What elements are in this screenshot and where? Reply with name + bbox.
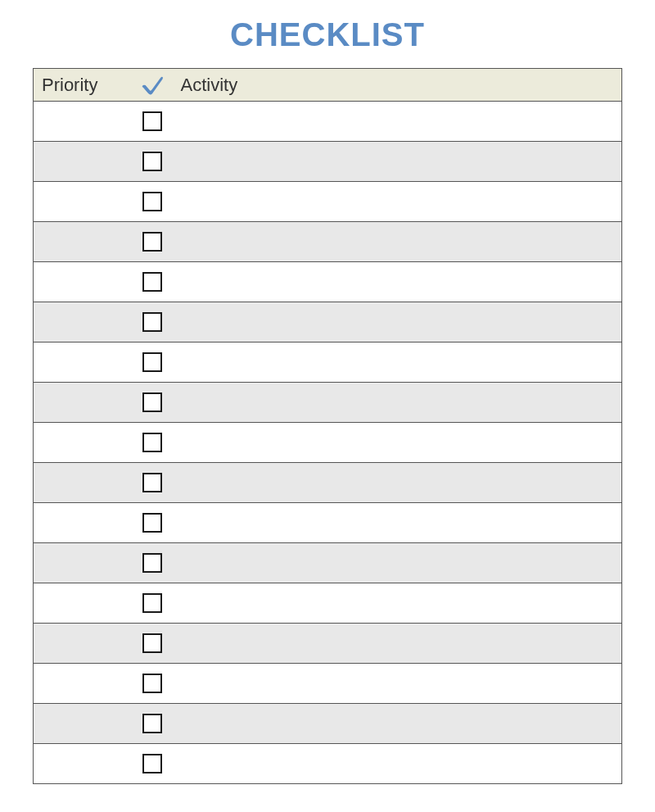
table-row [34,543,622,583]
table-row [34,342,622,383]
priority-cell[interactable] [34,342,132,383]
check-cell [132,744,173,784]
activity-cell[interactable] [173,342,622,383]
activity-cell[interactable] [173,744,622,784]
checkbox[interactable] [142,473,162,492]
checkbox[interactable] [142,754,162,773]
activity-cell[interactable] [173,262,622,302]
activity-cell[interactable] [173,543,622,583]
checkbox[interactable] [142,513,162,533]
checkbox[interactable] [142,152,162,171]
activity-cell[interactable] [173,142,622,182]
activity-cell[interactable] [173,624,622,664]
table-row [34,744,622,784]
check-cell [132,102,173,142]
table-row [34,302,622,342]
priority-cell[interactable] [34,664,132,704]
checkbox[interactable] [142,633,162,653]
table-row [34,142,622,182]
priority-cell[interactable] [34,624,132,664]
check-cell [132,543,173,583]
priority-cell[interactable] [34,503,132,543]
activity-cell[interactable] [173,583,622,624]
priority-cell[interactable] [34,182,132,222]
activity-cell[interactable] [173,423,622,463]
priority-cell[interactable] [34,142,132,182]
checkbox[interactable] [142,272,162,292]
table-row [34,583,622,624]
table-row [34,182,622,222]
check-cell [132,182,173,222]
check-cell [132,463,173,503]
checkbox[interactable] [142,553,162,573]
priority-cell[interactable] [34,744,132,784]
table-header-row: Priority Activity [34,69,622,102]
table-row [34,664,622,704]
table-row [34,222,622,262]
checkmark-icon [140,75,165,96]
checkbox[interactable] [142,232,162,252]
priority-cell[interactable] [34,383,132,423]
activity-cell[interactable] [173,383,622,423]
checkbox[interactable] [142,192,162,211]
check-cell [132,664,173,704]
check-cell [132,704,173,744]
table-row [34,624,622,664]
column-header-activity: Activity [173,69,622,102]
check-cell [132,222,173,262]
priority-cell[interactable] [34,463,132,503]
priority-cell[interactable] [34,423,132,463]
checklist-table: Priority Activity [33,68,622,784]
priority-cell[interactable] [34,704,132,744]
checkbox[interactable] [142,593,162,613]
table-row [34,102,622,142]
check-cell [132,423,173,463]
check-cell [132,342,173,383]
page-title: CHECKLIST [33,16,622,53]
checkbox[interactable] [142,714,162,733]
check-cell [132,302,173,342]
column-header-check [132,69,173,102]
activity-cell[interactable] [173,704,622,744]
activity-cell[interactable] [173,222,622,262]
activity-cell[interactable] [173,102,622,142]
check-cell [132,583,173,624]
activity-cell[interactable] [173,182,622,222]
table-row [34,423,622,463]
check-cell [132,262,173,302]
check-cell [132,142,173,182]
activity-cell[interactable] [173,503,622,543]
priority-cell[interactable] [34,222,132,262]
checkbox[interactable] [142,111,162,131]
checkbox[interactable] [142,433,162,452]
priority-cell[interactable] [34,262,132,302]
checkbox[interactable] [142,352,162,372]
checkbox[interactable] [142,392,162,412]
check-cell [132,624,173,664]
activity-cell[interactable] [173,463,622,503]
priority-cell[interactable] [34,102,132,142]
priority-cell[interactable] [34,583,132,624]
check-cell [132,503,173,543]
column-header-priority: Priority [34,69,132,102]
priority-cell[interactable] [34,543,132,583]
activity-cell[interactable] [173,664,622,704]
table-row [34,503,622,543]
checkbox[interactable] [142,312,162,332]
check-cell [132,383,173,423]
table-row [34,704,622,744]
checkbox[interactable] [142,674,162,693]
table-body [34,102,622,784]
table-row [34,463,622,503]
table-row [34,262,622,302]
priority-cell[interactable] [34,302,132,342]
table-row [34,383,622,423]
activity-cell[interactable] [173,302,622,342]
